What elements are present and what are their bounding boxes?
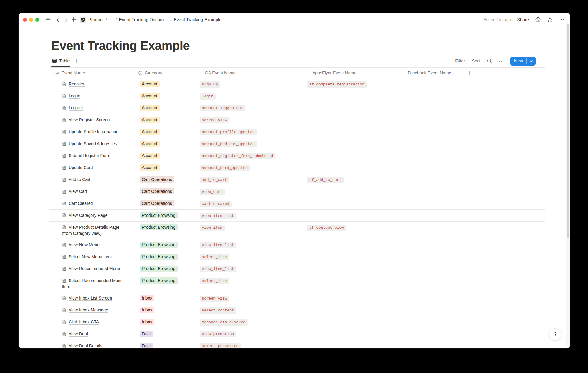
event-name-cell[interactable]: Cart Cleared — [49, 198, 135, 209]
appsflyer-event-cell[interactable] — [303, 90, 398, 102]
event-name-cell[interactable]: Log out — [49, 102, 135, 114]
column-header-appsflyer-event-name[interactable]: AppsFlyer Event Name — [303, 68, 398, 78]
column-header-event-name[interactable]: Aa Event Name — [49, 68, 135, 78]
filter-button[interactable]: Filter — [455, 58, 465, 63]
facebook-event-cell[interactable] — [398, 222, 462, 239]
event-name-link[interactable]: Select New Menu Item — [62, 254, 130, 260]
category-cell[interactable]: Account — [135, 138, 195, 150]
appsflyer-event-cell[interactable]: af_content_view — [303, 222, 398, 239]
facebook-event-cell[interactable] — [398, 174, 462, 186]
ga-event-cell[interactable]: view_item_list — [195, 210, 303, 221]
category-cell[interactable]: Product Browsing — [135, 210, 195, 221]
event-name-cell[interactable]: View Inbox Message — [49, 304, 135, 316]
ga-event-cell[interactable]: add_to_cart — [195, 174, 303, 186]
facebook-event-cell[interactable] — [398, 316, 462, 328]
new-tab-button[interactable] — [70, 16, 78, 24]
ga-event-cell[interactable]: view_item_list — [195, 239, 303, 251]
event-name-link[interactable]: View New Menu — [62, 242, 130, 248]
scrollbar-track[interactable] — [566, 23, 570, 346]
event-name-cell[interactable]: Add to Cart — [49, 174, 135, 186]
sort-button[interactable]: Sort — [472, 58, 480, 63]
breadcrumb-current[interactable]: Event Tracking Example — [174, 17, 221, 22]
category-cell[interactable]: Account — [135, 90, 195, 102]
facebook-event-cell[interactable] — [398, 126, 462, 138]
ga-event-cell[interactable]: account_register_form_submitted — [195, 150, 303, 162]
event-name-cell[interactable]: Log in — [49, 90, 135, 102]
share-button[interactable]: Share — [517, 17, 529, 22]
facebook-event-cell[interactable] — [398, 328, 462, 340]
appsflyer-event-cell[interactable] — [303, 186, 398, 198]
facebook-event-cell[interactable] — [398, 251, 462, 263]
appsflyer-event-cell[interactable] — [303, 251, 398, 263]
event-name-cell[interactable]: Click Inbox CTA — [49, 316, 135, 328]
event-name-link[interactable]: Log out — [62, 105, 130, 111]
appsflyer-event-cell[interactable] — [303, 126, 398, 138]
page-title[interactable]: Event Tracking Example — [51, 38, 190, 53]
event-name-link[interactable]: View Inbox Message — [62, 307, 130, 313]
event-name-cell[interactable]: Register — [49, 78, 135, 90]
event-name-cell[interactable]: Update Saved Addresses — [49, 138, 135, 150]
event-name-cell[interactable]: Submit Register Form — [49, 150, 135, 162]
appsflyer-event-cell[interactable] — [303, 328, 398, 340]
ga-event-cell[interactable]: message_cta_clicked — [195, 316, 303, 328]
category-cell[interactable]: Product Browsing — [135, 222, 195, 239]
appsflyer-event-cell[interactable] — [303, 150, 398, 162]
facebook-event-cell[interactable] — [398, 210, 462, 221]
ga-event-cell[interactable]: account_address_updated — [195, 138, 303, 150]
event-name-link[interactable]: View Product Details Page (from Category… — [62, 224, 130, 236]
appsflyer-event-cell[interactable]: af_add_to_cart — [303, 174, 398, 186]
event-name-cell[interactable]: Update Profile Information — [49, 126, 135, 138]
new-button[interactable]: New — [510, 57, 526, 66]
event-name-link[interactable]: Register — [62, 81, 130, 87]
column-header-ga-event-name[interactable]: GA Event Name — [195, 68, 303, 78]
facebook-event-cell[interactable] — [398, 78, 462, 90]
ga-event-cell[interactable]: account_logged_out — [195, 102, 303, 114]
category-cell[interactable]: Inbox — [135, 316, 195, 328]
category-cell[interactable]: Cart Operations — [135, 174, 195, 186]
ga-event-cell[interactable]: view_cart — [195, 186, 303, 198]
ga-event-cell[interactable]: select_item — [195, 251, 303, 263]
event-name-link[interactable]: View Deal — [62, 331, 130, 337]
event-name-cell[interactable]: View Cart — [49, 186, 135, 198]
ga-event-cell[interactable]: screen_view — [195, 292, 303, 304]
event-name-link[interactable]: Cart Cleared — [62, 200, 130, 206]
event-name-cell[interactable]: View Recommended Menu — [49, 263, 135, 275]
event-name-link[interactable]: Add to Cart — [62, 176, 130, 183]
search-icon[interactable] — [487, 58, 492, 64]
minimize-window-button[interactable] — [29, 18, 33, 22]
appsflyer-event-cell[interactable] — [303, 239, 398, 251]
help-button[interactable]: ? — [549, 328, 561, 341]
forward-button[interactable] — [62, 16, 70, 24]
facebook-event-cell[interactable] — [398, 275, 462, 292]
back-button[interactable] — [54, 16, 62, 24]
category-cell[interactable]: Product Browsing — [135, 239, 195, 251]
event-name-cell[interactable]: View Category Page — [49, 210, 135, 221]
ga-event-cell[interactable]: cart_cleared — [195, 198, 303, 209]
appsflyer-event-cell[interactable] — [303, 138, 398, 150]
appsflyer-event-cell[interactable] — [303, 114, 398, 126]
category-cell[interactable]: Product Browsing — [135, 275, 195, 292]
appsflyer-event-cell[interactable] — [303, 102, 398, 114]
ga-event-cell[interactable]: screen_view — [195, 114, 303, 126]
category-cell[interactable]: Cart Operations — [135, 186, 195, 198]
event-name-link[interactable]: Update Saved Addresses — [62, 141, 130, 147]
category-cell[interactable]: Deal — [135, 340, 195, 348]
category-cell[interactable]: Deal — [135, 328, 195, 340]
column-header-facebook-event-name[interactable]: Facebook Event Name — [398, 68, 462, 78]
ga-event-cell[interactable]: select_item — [195, 275, 303, 292]
tab-table-view[interactable]: Table — [51, 55, 70, 67]
ga-event-cell[interactable]: view_promotion — [195, 328, 303, 340]
facebook-event-cell[interactable] — [398, 114, 462, 126]
appsflyer-event-cell[interactable] — [303, 263, 398, 275]
category-cell[interactable]: Account — [135, 162, 195, 174]
clock-icon[interactable] — [535, 17, 541, 23]
ga-event-cell[interactable]: account_card_updated — [195, 162, 303, 174]
appsflyer-event-cell[interactable] — [303, 340, 398, 348]
event-name-link[interactable]: Submit Register Form — [62, 153, 130, 159]
event-name-link[interactable]: Click Inbox CTA — [62, 319, 130, 325]
more-options-icon[interactable] — [559, 17, 564, 22]
event-name-link[interactable]: View Recommended Menu — [62, 266, 130, 272]
ga-event-cell[interactable]: select_content — [195, 304, 303, 316]
event-name-link[interactable]: Update Profile Information — [62, 129, 130, 135]
category-cell[interactable]: Product Browsing — [135, 251, 195, 263]
